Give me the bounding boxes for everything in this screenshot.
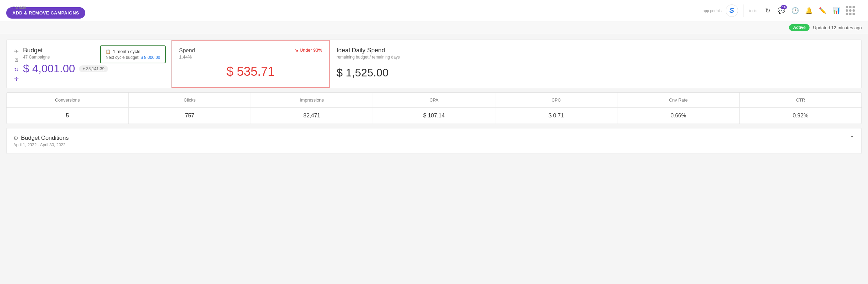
ideal-spend-card: Ideal Daily Spend remaining budget / rem… (330, 40, 861, 88)
app-portals-section: app portals S (697, 4, 744, 17)
spend-card: Spend 1.44% ↘ Under 93% $ 535.71 (172, 40, 330, 88)
cards-row: ✈ 🖥 ↻ ✛ Budget 47 Campaigns $ 4,001.00 +… (6, 40, 862, 88)
bc-title-group: ⚙ Budget Conditions April 1, 2022 - Apri… (13, 135, 69, 147)
value-cpa: $ 107.14 (373, 108, 495, 124)
metrics-values-row: 5 757 82,471 $ 107.14 $ 0.71 0.66% 0.92% (7, 108, 861, 124)
cycle-budget-label: Next cycle budget: (106, 55, 140, 60)
main-content: ✈ 🖥 ↻ ✛ Budget 47 Campaigns $ 4,001.00 +… (0, 34, 868, 159)
spend-title: Spend (179, 48, 195, 54)
header-conversions: Conversions (7, 93, 129, 107)
semrush-app-icon[interactable]: S (726, 4, 738, 17)
status-bar: Active Updated 12 minutes ago (0, 21, 868, 34)
cycle-title: 📋 1 month cycle (106, 49, 160, 54)
header-ctr: CTR (740, 93, 861, 107)
active-badge: Active (789, 24, 810, 31)
semrush-s-letter: S (729, 7, 734, 14)
header-cpc: CPC (495, 93, 617, 107)
spend-subtitle: 1.44% (179, 54, 195, 60)
spend-title-group: Spend 1.44% (179, 48, 195, 60)
budget-icons: ✈ 🖥 ↻ ✛ (13, 47, 19, 82)
calendar-icon: 📋 (106, 49, 111, 54)
warning-text: Under 93% (300, 48, 322, 53)
app-portals-label: app portals (703, 9, 721, 13)
ideal-title: Ideal Daily Spend (337, 47, 855, 54)
manage-label: manage (12, 5, 26, 9)
tools-label: tools (749, 9, 757, 13)
refresh-circle-icon[interactable]: ↻ (14, 66, 19, 73)
refresh-button[interactable]: ↻ (761, 4, 774, 17)
bc-title-row: ⚙ Budget Conditions (13, 135, 69, 141)
cycle-budget: Next cycle budget: $ 8,000.00 (106, 55, 160, 60)
metrics-table: Conversions Clicks Impressions CPA CPC C… (6, 92, 862, 124)
chat-button[interactable]: 💬 19 (775, 4, 788, 17)
nav-right: app portals S tools ↻ 💬 19 🕐 🔔 ✏️ 📊 (697, 4, 862, 17)
bc-date-range: April 1, 2022 - April 30, 2022 (13, 143, 69, 147)
value-impressions: 82,471 (251, 108, 373, 124)
value-cnv-rate: 0.66% (617, 108, 739, 124)
warning-arrow-icon: ↘ (295, 48, 298, 53)
updated-text: Updated 12 minutes ago (813, 25, 862, 30)
value-conversions: 5 (7, 108, 129, 124)
tools-section: tools ↻ 💬 19 🕐 🔔 ✏️ 📊 (744, 4, 862, 17)
chart-button[interactable]: 📊 (830, 4, 843, 17)
value-cpc: $ 0.71 (495, 108, 617, 124)
cycle-budget-value: $ 8,000.00 (141, 55, 160, 60)
conditions-cog-icon: ⚙ (13, 135, 18, 141)
ideal-amount: $ 1,525.00 (337, 66, 855, 79)
nav-left: manage ADD & REMOVE CAMPAIGNS (6, 2, 85, 19)
budget-card: ✈ 🖥 ↻ ✛ Budget 47 Campaigns $ 4,001.00 +… (7, 40, 172, 88)
plane-icon: ✈ (14, 48, 19, 55)
spend-warning: ↘ Under 93% (295, 48, 322, 53)
history-button[interactable]: 🕐 (789, 4, 801, 17)
header-impressions: Impressions (251, 93, 373, 107)
display-icon: 🖥 (13, 57, 19, 64)
budget-conditions-section: ⚙ Budget Conditions April 1, 2022 - Apri… (6, 128, 862, 154)
ideal-subtitle: remaining budget / remaining days (337, 55, 855, 60)
bc-header: ⚙ Budget Conditions April 1, 2022 - Apri… (13, 135, 855, 147)
budget-extra: + 33,141.39 (79, 65, 108, 72)
header-cnv-rate: Cnv Rate (617, 93, 739, 107)
header-clicks: Clicks (129, 93, 251, 107)
value-clicks: 757 (129, 108, 251, 124)
crosshair-icon: ✛ (14, 76, 19, 82)
grid-dots-icon (844, 4, 856, 17)
chat-badge: 19 (781, 5, 787, 9)
bell-button[interactable]: 🔔 (803, 4, 815, 17)
grid-menu-button[interactable] (844, 4, 856, 17)
cycle-title-text: 1 month cycle (113, 49, 140, 54)
header-cpa: CPA (373, 93, 495, 107)
value-ctr: 0.92% (740, 108, 861, 124)
bc-collapse-chevron[interactable]: ⌃ (849, 135, 855, 142)
spend-header: Spend 1.44% ↘ Under 93% (179, 48, 322, 60)
budget-amount: $ 4,001.00 (23, 62, 75, 75)
spend-amount: $ 535.71 (179, 64, 322, 79)
top-nav: manage ADD & REMOVE CAMPAIGNS app portal… (0, 0, 868, 21)
cycle-card[interactable]: 📋 1 month cycle Next cycle budget: $ 8,0… (100, 45, 166, 63)
edit-button[interactable]: ✏️ (816, 4, 829, 17)
bc-title: Budget Conditions (21, 135, 69, 141)
budget-amount-row: $ 4,001.00 + 33,141.39 (23, 62, 164, 75)
metrics-header-row: Conversions Clicks Impressions CPA CPC C… (7, 93, 861, 108)
